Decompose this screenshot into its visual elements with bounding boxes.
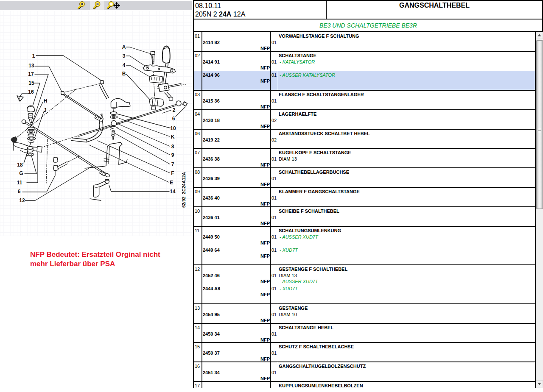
svg-text:14: 14 bbox=[170, 189, 176, 195]
svg-text:K: K bbox=[171, 134, 175, 140]
svg-text:3: 3 bbox=[123, 53, 126, 59]
svg-text:B: B bbox=[122, 71, 126, 77]
svg-text:G: G bbox=[19, 170, 23, 176]
svg-text:7: 7 bbox=[171, 161, 174, 167]
svg-text:10: 10 bbox=[170, 125, 176, 131]
svg-text:11: 11 bbox=[17, 180, 22, 186]
svg-text:17: 17 bbox=[28, 71, 34, 77]
svg-text:18: 18 bbox=[17, 162, 23, 168]
svg-text:16: 16 bbox=[28, 89, 34, 95]
svg-text:9: 9 bbox=[171, 152, 174, 158]
svg-text:1: 1 bbox=[32, 53, 35, 59]
svg-text:6: 6 bbox=[18, 189, 21, 195]
svg-text:2: 2 bbox=[173, 107, 176, 113]
svg-text:15: 15 bbox=[28, 80, 34, 86]
svg-text:6: 6 bbox=[172, 116, 175, 122]
svg-text:4: 4 bbox=[123, 62, 126, 68]
svg-text:13: 13 bbox=[28, 63, 34, 69]
svg-text:8: 8 bbox=[171, 144, 174, 150]
svg-text:J: J bbox=[44, 107, 47, 113]
svg-text:E: E bbox=[170, 180, 173, 186]
svg-text:H: H bbox=[44, 98, 48, 104]
svg-text:12: 12 bbox=[19, 197, 25, 203]
svg-text:F: F bbox=[171, 170, 174, 176]
svg-text:62/92 2C24A12A: 62/92 2C24A12A bbox=[181, 172, 186, 208]
svg-text:A: A bbox=[122, 44, 126, 50]
